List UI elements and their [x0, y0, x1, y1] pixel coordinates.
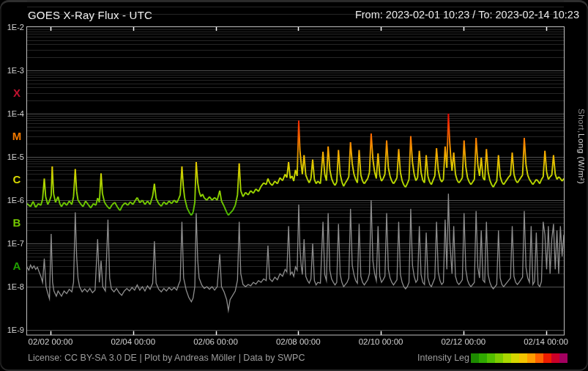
xray-flux-plot-canvas [0, 0, 588, 371]
x-tick-label: 02/10 00:00 [359, 337, 403, 346]
short-channel-label: Short [577, 109, 586, 131]
x-tick-label: 02/14 00:00 [524, 337, 568, 346]
license-credits-text: License: CC BY-SA 3.0 DE | Plot by Andre… [28, 353, 305, 363]
y-tick-label: 1E-2 [1, 23, 24, 32]
flare-class-A: A [9, 259, 25, 271]
flare-class-C: C [9, 172, 25, 185]
right-axis-label: Short , Long (W/m²) [577, 109, 586, 299]
footer-bar: License: CC BY-SA 3.0 DE | Plot by Andre… [28, 351, 567, 364]
intensity-legend-label: Intensity Leg [417, 353, 469, 363]
x-tick-label: 02/12 00:00 [441, 337, 485, 346]
date-range-label: From: 2023-02-01 10:23 / To: 2023-02-14 … [355, 9, 579, 21]
flare-class-M: M [9, 129, 25, 142]
y-tick-label: 1E-8 [1, 282, 24, 291]
legend-color-swatch [527, 353, 535, 363]
legend-color-swatch [535, 353, 543, 363]
legend-color-swatch [551, 353, 559, 363]
y-tick-label: 1E-9 [1, 326, 24, 334]
legend-color-swatch [487, 353, 495, 363]
legend-color-swatch [495, 353, 503, 363]
y-tick-label: 1E-6 [1, 196, 24, 205]
flare-class-X: X [9, 86, 25, 98]
y-tick-label: 1E-7 [1, 239, 24, 248]
legend-color-swatch [519, 353, 527, 363]
x-tick-label: 02/08 00:00 [276, 337, 321, 346]
intensity-legend-gradient [471, 353, 567, 363]
x-tick-label: 02/02 00:00 [29, 337, 73, 346]
goes-xray-flux-window: GOES X-Ray Flux - UTC From: 2023-02-01 1… [0, 0, 588, 371]
y-tick-label: 1E-4 [1, 109, 24, 118]
legend-color-swatch [543, 353, 551, 363]
legend-color-swatch [503, 353, 511, 363]
y-tick-label: 1E-5 [1, 153, 24, 161]
x-tick-label: 02/06 00:00 [193, 337, 238, 346]
legend-color-swatch [559, 353, 567, 363]
title-bar: GOES X-Ray Flux - UTC From: 2023-02-01 1… [28, 6, 579, 23]
page-title: GOES X-Ray Flux - UTC [28, 9, 152, 21]
x-tick-label: 02/04 00:00 [111, 337, 155, 346]
legend-color-swatch [479, 353, 487, 363]
y-tick-label: 1E-3 [1, 66, 24, 75]
legend-color-swatch [511, 353, 519, 363]
intensity-legend: Intensity Leg [417, 353, 567, 363]
long-channel-label: Long (W/m²) [577, 133, 586, 184]
flare-class-B: B [9, 216, 25, 228]
legend-color-swatch [471, 353, 479, 363]
